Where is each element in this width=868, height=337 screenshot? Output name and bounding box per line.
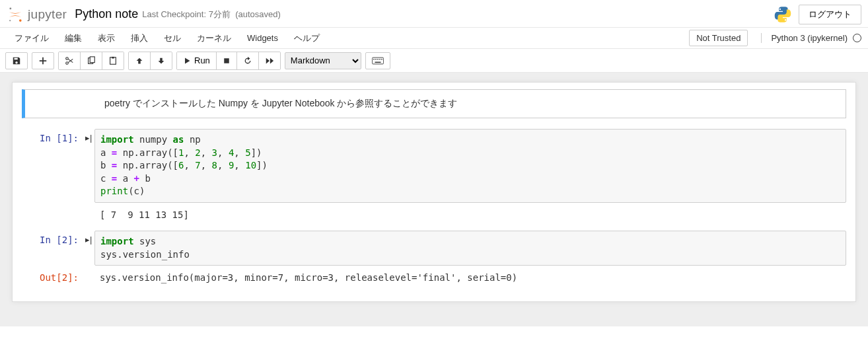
execute-result: sys.version_info(major=3, minor=7, micro… <box>94 268 846 287</box>
copy-button[interactable] <box>81 52 102 69</box>
svg-rect-14 <box>375 59 377 60</box>
output-row: [ 7 9 11 13 15] <box>13 204 855 225</box>
stream-output: [ 7 9 11 13 15] <box>94 206 846 224</box>
in-prompt: In [1]: <box>13 129 85 203</box>
stop-icon <box>223 57 231 65</box>
menu-view[interactable]: 表示 <box>90 28 123 48</box>
logout-button[interactable]: ログアウト <box>799 5 861 24</box>
svg-point-4 <box>785 19 786 20</box>
cut-copy-paste-group <box>58 52 124 70</box>
output-row: Out[2]: sys.version_info(major=3, minor=… <box>13 267 855 288</box>
arrow-down-icon <box>157 56 166 65</box>
keyboard-icon <box>372 57 384 65</box>
restart-icon <box>243 56 252 65</box>
insert-cell-below-button[interactable] <box>32 52 54 69</box>
code-input[interactable]: import sys sys.version_info <box>94 231 846 266</box>
svg-rect-18 <box>375 61 380 63</box>
run-button[interactable]: Run <box>177 52 217 69</box>
menu-file[interactable]: ファイル <box>7 28 57 48</box>
notebook-background: poetry でインストールした Numpy を Jupyter Noteboo… <box>0 73 868 326</box>
svg-point-3 <box>779 8 781 9</box>
jupyter-logo-icon <box>7 6 24 23</box>
svg-rect-17 <box>381 59 382 60</box>
code-input[interactable]: import numpy as np a = np.array([1, 2, 3… <box>94 129 846 203</box>
svg-point-5 <box>66 61 69 64</box>
menu-help[interactable]: ヘルプ <box>286 28 328 48</box>
out-prompt-empty <box>13 206 85 224</box>
play-icon <box>183 57 191 65</box>
brand-text[interactable]: jupyter <box>28 7 67 22</box>
cut-button[interactable] <box>59 52 81 69</box>
command-palette-button[interactable] <box>365 52 390 69</box>
kernel-idle-icon <box>853 34 861 42</box>
menubar: ファイル 編集 表示 挿入 セル カーネル Widgets ヘルプ Not Tr… <box>0 28 868 49</box>
svg-rect-13 <box>373 59 375 60</box>
svg-rect-15 <box>377 59 379 60</box>
move-group <box>128 52 172 70</box>
code-cell[interactable]: In [2]: ▸| import sys sys.version_info <box>13 229 855 267</box>
menu-cell[interactable]: セル <box>156 28 189 48</box>
kernel-indicator: Python 3 (ipykernel) <box>761 33 861 43</box>
move-down-button[interactable] <box>151 52 172 69</box>
paste-icon <box>108 56 118 65</box>
paste-button[interactable] <box>102 52 124 69</box>
save-icon <box>12 56 21 65</box>
in-prompt: In [2]: <box>13 231 85 266</box>
run-cell-icon[interactable]: ▸| <box>85 129 94 203</box>
svg-point-6 <box>66 57 69 59</box>
svg-point-0 <box>9 7 11 9</box>
save-button[interactable] <box>5 52 28 69</box>
fast-forward-icon <box>265 56 274 65</box>
copy-icon <box>87 56 96 65</box>
header-bar: jupyter Python note Last Checkpoint: 7分前… <box>0 0 868 28</box>
python-logo-icon <box>774 5 792 24</box>
menu-edit[interactable]: 編集 <box>57 28 90 48</box>
toolbar: Run Code Markdown Raw NBConvert Heading <box>0 49 868 73</box>
scissors-icon <box>65 56 74 65</box>
markdown-content: poetry でインストールした Numpy を Jupyter Noteboo… <box>25 90 846 118</box>
notebook-container: poetry でインストールした Numpy を Jupyter Noteboo… <box>12 82 856 302</box>
run-cell-icon[interactable]: ▸| <box>85 231 94 266</box>
svg-point-1 <box>19 19 22 22</box>
not-trusted-button[interactable]: Not Trusted <box>689 30 748 46</box>
svg-point-2 <box>9 19 11 20</box>
move-up-button[interactable] <box>129 52 151 69</box>
plus-icon <box>38 56 48 65</box>
svg-rect-10 <box>112 56 114 58</box>
restart-run-all-button[interactable] <box>259 52 280 69</box>
arrow-up-icon <box>135 56 144 65</box>
run-group: Run <box>176 52 281 70</box>
svg-rect-11 <box>224 58 229 63</box>
markdown-cell[interactable]: poetry でインストールした Numpy を Jupyter Noteboo… <box>22 89 846 118</box>
notebook-name[interactable]: Python note <box>75 7 138 21</box>
code-cell[interactable]: In [1]: ▸| import numpy as np a = np.arr… <box>13 128 855 204</box>
out-prompt: Out[2]: <box>13 268 85 287</box>
celltype-select[interactable]: Code Markdown Raw NBConvert Heading <box>285 52 361 69</box>
restart-button[interactable] <box>237 52 259 69</box>
interrupt-button[interactable] <box>217 52 237 69</box>
menu-insert[interactable]: 挿入 <box>123 28 156 48</box>
menu-kernel[interactable]: カーネル <box>189 28 239 48</box>
svg-rect-8 <box>90 56 94 62</box>
menu-widgets[interactable]: Widgets <box>239 29 286 47</box>
checkpoint-text: Last Checkpoint: 7分前 (autosaved) <box>142 9 281 20</box>
svg-rect-12 <box>372 57 383 64</box>
kernel-name[interactable]: Python 3 (ipykernel) <box>771 33 848 43</box>
svg-rect-16 <box>379 59 380 60</box>
